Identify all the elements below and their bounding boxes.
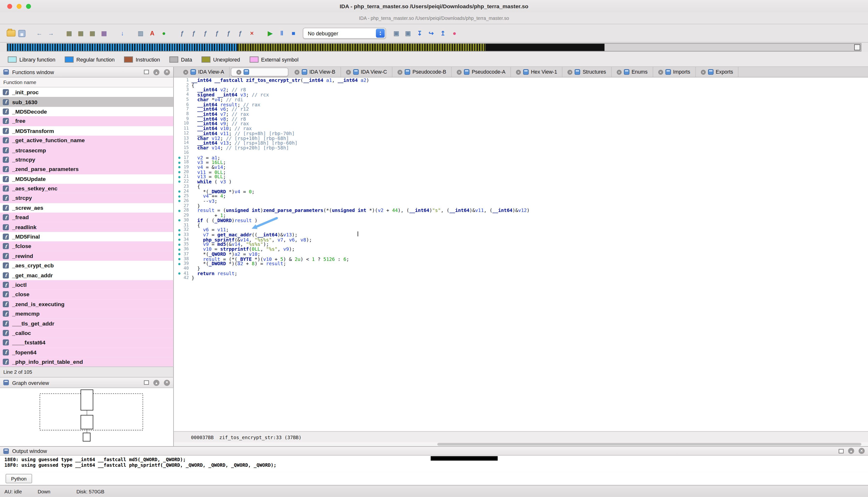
float-panel-icon[interactable]: [144, 70, 149, 74]
maximize-panel-icon[interactable]: [848, 448, 854, 454]
undefine-icon[interactable]: ×: [247, 29, 256, 38]
code-line[interactable]: 15 char v14; // [rsp+20h] [rbp-58h]: [176, 145, 868, 151]
maximize-panel-icon[interactable]: [153, 380, 159, 386]
code-line[interactable]: 34 php_sprintf(&v14, "%s%s", v7, v6, v8)…: [176, 237, 868, 242]
function-row[interactable]: _free: [0, 116, 173, 126]
minimize-window-icon[interactable]: [17, 4, 22, 9]
run-until-return-icon[interactable]: ↥: [438, 29, 447, 38]
function-name-column-header[interactable]: Function name: [0, 77, 174, 87]
tab-ida-view-b[interactable]: IDA View-B: [289, 67, 341, 77]
function-row[interactable]: _init_proc: [0, 87, 173, 97]
scrollbar-thumb[interactable]: [437, 443, 862, 446]
code-line[interactable]: 4 signed __int64 v3; // rcx: [176, 93, 868, 97]
code-line[interactable]: 28 result = (unsigned int)zend_parse_par…: [176, 208, 868, 213]
navigate-forward-icon[interactable]: →: [46, 29, 55, 38]
function-row[interactable]: sub_1630: [0, 97, 173, 107]
jump-address-icon[interactable]: ↓: [118, 29, 127, 38]
search-immediate-icon[interactable]: ▦: [88, 29, 97, 38]
code-line[interactable]: 42}: [176, 276, 868, 281]
code-line[interactable]: 6 __int64 result; // rax: [176, 102, 868, 107]
tab-close-icon[interactable]: [516, 70, 521, 75]
navband-segment-empty[interactable]: [605, 44, 861, 51]
function-row[interactable]: _strncpy: [0, 155, 173, 165]
maximize-panel-icon[interactable]: [153, 69, 159, 75]
code-line[interactable]: 10 __int64 v9; // rax: [176, 122, 868, 126]
tab-hex-view-1[interactable]: Hex View-1: [511, 67, 563, 77]
python-interpreter-button[interactable]: Python: [5, 474, 32, 483]
pseudocode-view[interactable]: 1__int64 __fastcall zif_tos_encrypt_str(…: [174, 77, 868, 431]
function-row[interactable]: _memcmp: [0, 309, 173, 318]
code-line[interactable]: 36 v10 = strpprintf(0LL, "%s", v9);: [176, 247, 868, 252]
function-row[interactable]: _calloc: [0, 328, 173, 338]
function-row[interactable]: _MD5Decode: [0, 107, 173, 116]
code-line[interactable]: 24 *(_DWORD *)v4 = 0;: [176, 189, 868, 194]
create-function-icon[interactable]: ƒ: [178, 29, 187, 38]
code-line[interactable]: 20 v11 = 0LL;: [176, 170, 868, 175]
function-row[interactable]: _get_mac_addr: [0, 270, 173, 280]
function-row[interactable]: _rewind: [0, 251, 173, 261]
code-line[interactable]: 41 return result;: [176, 271, 868, 276]
navigate-back-icon[interactable]: ←: [35, 29, 44, 38]
patch-bytes-icon[interactable]: ƒ: [236, 29, 245, 38]
code-line[interactable]: 1__int64 __fastcall zif_tos_encrypt_str(…: [176, 78, 868, 83]
function-row[interactable]: _MD5Transform: [0, 126, 173, 136]
code-line[interactable]: 19 v4 = &v14;: [176, 165, 868, 170]
tab-close-icon[interactable]: [397, 70, 402, 75]
function-row[interactable]: _ioctl: [0, 280, 173, 290]
navband-indicator[interactable]: [854, 44, 860, 51]
save-icon[interactable]: [18, 30, 26, 37]
code-line[interactable]: 23 {: [176, 184, 868, 189]
output-window-log[interactable]: 18E0: using guessed type __int64 __fastc…: [0, 456, 868, 472]
tab-pseudocode-b[interactable]: Pseudocode-B: [393, 67, 452, 77]
navband-segment-mixed-code-data[interactable]: [238, 44, 485, 51]
navband-segment-instruction-dense[interactable]: [485, 44, 604, 51]
step-into-icon[interactable]: ↧: [415, 29, 424, 38]
close-panel-icon[interactable]: [858, 448, 865, 454]
navband-segment-regular-function[interactable]: [7, 44, 238, 51]
function-row[interactable]: ___tls_get_addr: [0, 318, 173, 328]
function-row[interactable]: _MD5Update: [0, 174, 173, 184]
tab-imports[interactable]: Imports: [653, 67, 696, 77]
search-binary-icon[interactable]: ▦: [65, 29, 74, 38]
close-panel-icon[interactable]: [164, 380, 170, 386]
rename-icon[interactable]: ƒ: [213, 29, 222, 38]
function-row[interactable]: _fread: [0, 213, 173, 222]
tab-ida-view-a[interactable]: IDA View-A: [178, 67, 230, 77]
code-line[interactable]: 40 }: [176, 267, 868, 271]
function-row[interactable]: _close: [0, 290, 173, 299]
code-line[interactable]: 21 v13 = 0LL;: [176, 175, 868, 180]
edit-function-icon[interactable]: ƒ: [189, 29, 198, 38]
create-struct-icon[interactable]: ƒ: [224, 29, 233, 38]
pause-process-icon[interactable]: ‖: [277, 29, 286, 38]
close-panel-icon[interactable]: [164, 69, 170, 75]
color-instruction-icon[interactable]: ●: [159, 29, 168, 38]
graph-overview-canvas[interactable]: [0, 388, 174, 446]
code-line[interactable]: 17 v2 = a1;: [176, 155, 868, 160]
flow-chart-icon[interactable]: ▥: [136, 29, 145, 38]
function-row[interactable]: _readlink: [0, 222, 173, 232]
float-panel-icon[interactable]: [144, 380, 149, 385]
code-line[interactable]: 8 __int64 v7; // rax: [176, 112, 868, 117]
tab-structures[interactable]: Structures: [563, 67, 612, 77]
code-line[interactable]: 25 v4 += 4;: [176, 194, 868, 199]
tab-close-icon[interactable]: [701, 70, 706, 75]
horizontal-scrollbar[interactable]: [174, 442, 868, 446]
float-panel-icon[interactable]: [839, 449, 844, 453]
function-row[interactable]: _get_active_function_name: [0, 136, 173, 145]
function-row[interactable]: _zend_is_executing: [0, 299, 173, 309]
close-window-icon[interactable]: [7, 4, 12, 9]
tab-close-icon[interactable]: [457, 70, 462, 75]
code-line[interactable]: 2{: [176, 83, 868, 88]
console-input-row[interactable]: Python: [0, 472, 868, 485]
start-process-icon[interactable]: ▶: [266, 29, 275, 38]
code-line[interactable]: 3 __int64 v2; // r8: [176, 88, 868, 93]
function-row[interactable]: _zend_parse_parameters: [0, 165, 173, 174]
debugger-setup-icon[interactable]: ▣: [403, 29, 412, 38]
search-sequence-icon[interactable]: ▦: [76, 29, 85, 38]
function-row[interactable]: ____fxstat64: [0, 338, 173, 347]
function-row[interactable]: _screw_aes: [0, 203, 173, 213]
attach-process-icon[interactable]: ▣: [392, 29, 401, 38]
tab-close-icon[interactable]: [295, 70, 300, 75]
function-row[interactable]: _php_info_print_table_end: [0, 357, 173, 367]
select-stepper-icon[interactable]: [376, 29, 385, 38]
